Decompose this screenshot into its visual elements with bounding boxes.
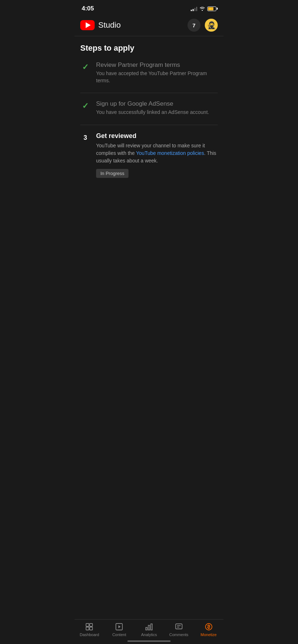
avatar[interactable]: 🥷: [205, 19, 218, 32]
status-icons: ⚡: [191, 6, 216, 11]
step-3-indicator: 3: [80, 133, 90, 143]
main-content: Steps to apply ✓ Review Partner Program …: [74, 36, 224, 194]
step-3-title: Get reviewed: [96, 132, 218, 140]
wifi-icon: [199, 6, 205, 11]
logo-area: Studio: [80, 20, 121, 30]
step-3-content: Get reviewed YouTube will review your ch…: [96, 132, 218, 178]
step-2-indicator: ✓: [80, 101, 90, 111]
status-time: 4:05: [82, 5, 94, 12]
page-title: Steps to apply: [80, 43, 218, 53]
app-title: Studio: [98, 20, 121, 30]
notification-badge[interactable]: 7: [188, 19, 200, 32]
step-2-description: You have successfully linked an AdSense …: [96, 109, 218, 116]
youtube-logo: [80, 20, 95, 30]
step-1: ✓ Review Partner Program terms You have …: [80, 61, 218, 91]
checkmark-icon-2: ✓: [82, 101, 89, 111]
step-3-description: YouTube will review your channel to make…: [96, 142, 218, 165]
play-icon: [86, 22, 91, 28]
step-3: 3 Get reviewed YouTube will review your …: [80, 125, 218, 185]
step-3-number: 3: [83, 134, 87, 142]
header: Studio 7 🥷: [74, 16, 224, 36]
step-2: ✓ Sign up for Google AdSense You have su…: [80, 93, 218, 123]
monetization-policies-link[interactable]: YouTube monetization policies: [136, 150, 204, 156]
status-badge: In Progress: [96, 169, 128, 178]
step-1-title: Review Partner Program terms: [96, 61, 218, 69]
step-2-title: Sign up for Google AdSense: [96, 100, 218, 107]
header-right: 7 🥷: [188, 19, 218, 32]
step-1-content: Review Partner Program terms You have ac…: [96, 61, 218, 84]
checkmark-icon-1: ✓: [82, 63, 89, 72]
step-1-indicator: ✓: [80, 62, 90, 72]
step-1-description: You have accepted the YouTube Partner Pr…: [96, 70, 218, 84]
status-bar: 4:05 ⚡: [74, 0, 224, 16]
signal-icon: [191, 6, 197, 11]
battery-icon: ⚡: [207, 6, 216, 11]
step-2-content: Sign up for Google AdSense You have succ…: [96, 100, 218, 116]
